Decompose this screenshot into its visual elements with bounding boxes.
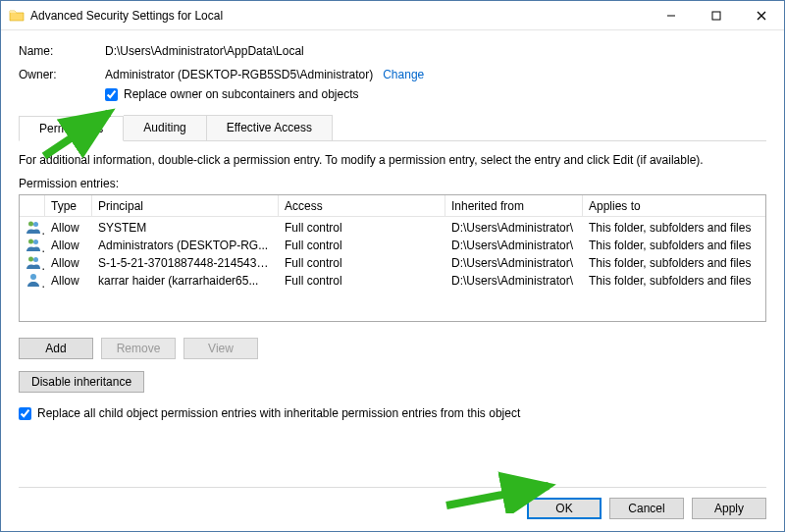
col-principal[interactable]: Principal (92, 195, 279, 216)
cell-applies: This folder, subfolders and files (583, 239, 765, 252)
cell-type: Allow (45, 239, 92, 252)
cell-principal: Administrators (DESKTOP-RG... (92, 239, 279, 252)
remove-button[interactable]: Remove (101, 338, 176, 359)
svg-point-8 (28, 256, 33, 261)
table-row[interactable]: AllowS-1-5-21-3701887448-2145437...Full … (20, 254, 765, 272)
owner-value: Administrator (DESKTOP-RGB5SD5\Administr… (105, 68, 373, 81)
change-owner-link[interactable]: Change (383, 68, 424, 81)
table-row[interactable]: Allowkarrar haider (karrarhaider65...Ful… (20, 272, 765, 290)
svg-point-4 (28, 221, 33, 226)
cell-type: Allow (45, 221, 92, 235)
close-button[interactable] (739, 1, 784, 29)
cell-access: Full control (279, 274, 445, 288)
principal-icon (20, 254, 45, 273)
window-title: Advanced Security Settings for Local (30, 9, 649, 23)
cell-applies: This folder, subfolders and files (583, 256, 765, 270)
cell-access: Full control (279, 221, 445, 235)
cell-inherited: D:\Users\Administrator\ (445, 221, 583, 235)
replace-owner-checkbox-row[interactable]: Replace owner on subcontainers and objec… (105, 87, 358, 101)
replace-all-checkbox-row[interactable]: Replace all child object permission entr… (19, 406, 766, 420)
folder-icon (9, 8, 25, 24)
owner-label: Owner: (19, 68, 105, 81)
table-body: AllowSYSTEMFull controlD:\Users\Administ… (20, 217, 765, 321)
cell-inherited: D:\Users\Administrator\ (445, 239, 583, 252)
cell-applies: This folder, subfolders and files (583, 221, 765, 235)
advanced-security-window: Advanced Security Settings for Local Nam… (0, 0, 785, 532)
name-value: D:\Users\Administrator\AppData\Local (105, 44, 304, 58)
cell-inherited: D:\Users\Administrator\ (445, 256, 583, 270)
svg-point-6 (28, 239, 33, 243)
cell-principal: karrar haider (karrarhaider65... (92, 274, 279, 288)
ok-button[interactable]: OK (527, 498, 602, 519)
col-icon[interactable] (20, 195, 45, 216)
view-button[interactable]: View (183, 338, 258, 359)
permission-entries-table[interactable]: Type Principal Access Inherited from App… (19, 194, 766, 322)
table-row[interactable]: AllowAdministrators (DESKTOP-RG...Full c… (20, 237, 765, 254)
name-label: Name: (19, 44, 105, 58)
permission-entries-label: Permission entries: (19, 177, 766, 190)
svg-point-10 (30, 274, 36, 280)
cell-inherited: D:\Users\Administrator\ (445, 274, 583, 288)
tab-effective-access[interactable]: Effective Access (207, 115, 333, 140)
apply-button[interactable]: Apply (692, 498, 766, 519)
principal-icon (20, 272, 45, 291)
cell-type: Allow (45, 256, 92, 270)
col-applies[interactable]: Applies to (583, 195, 765, 216)
svg-rect-1 (712, 12, 720, 20)
col-inherited[interactable]: Inherited from (445, 195, 583, 216)
replace-owner-checkbox[interactable] (105, 88, 118, 101)
svg-point-9 (33, 257, 38, 262)
tab-auditing[interactable]: Auditing (124, 115, 206, 140)
col-type[interactable]: Type (45, 195, 92, 216)
principal-icon (20, 237, 45, 255)
replace-owner-label: Replace owner on subcontainers and objec… (124, 87, 358, 101)
add-button[interactable]: Add (19, 338, 93, 359)
minimize-button[interactable] (649, 1, 694, 29)
bottom-button-bar: OK Cancel Apply (19, 487, 766, 519)
tab-permissions[interactable]: Permissions (19, 116, 124, 141)
cell-type: Allow (45, 274, 92, 288)
replace-all-checkbox[interactable] (19, 407, 31, 420)
cell-applies: This folder, subfolders and files (583, 274, 765, 288)
disable-inheritance-button[interactable]: Disable inheritance (19, 371, 144, 393)
maximize-button[interactable] (694, 1, 739, 29)
table-header: Type Principal Access Inherited from App… (20, 195, 765, 217)
table-row[interactable]: AllowSYSTEMFull controlD:\Users\Administ… (20, 219, 765, 237)
titlebar: Advanced Security Settings for Local (1, 1, 784, 30)
cell-access: Full control (279, 239, 445, 252)
cell-access: Full control (279, 256, 445, 270)
cancel-button[interactable]: Cancel (609, 498, 684, 519)
tab-strip: Permissions Auditing Effective Access (19, 115, 766, 141)
svg-point-7 (33, 239, 38, 244)
dialog-body: Name: D:\Users\Administrator\AppData\Loc… (1, 30, 784, 531)
col-access[interactable]: Access (279, 195, 445, 216)
cell-principal: SYSTEM (92, 221, 279, 235)
info-text: For additional information, double-click… (19, 153, 766, 167)
window-controls (649, 1, 784, 29)
svg-point-5 (33, 222, 38, 227)
cell-principal: S-1-5-21-3701887448-2145437... (92, 256, 279, 270)
replace-all-label: Replace all child object permission entr… (37, 406, 520, 420)
principal-icon (20, 219, 45, 238)
